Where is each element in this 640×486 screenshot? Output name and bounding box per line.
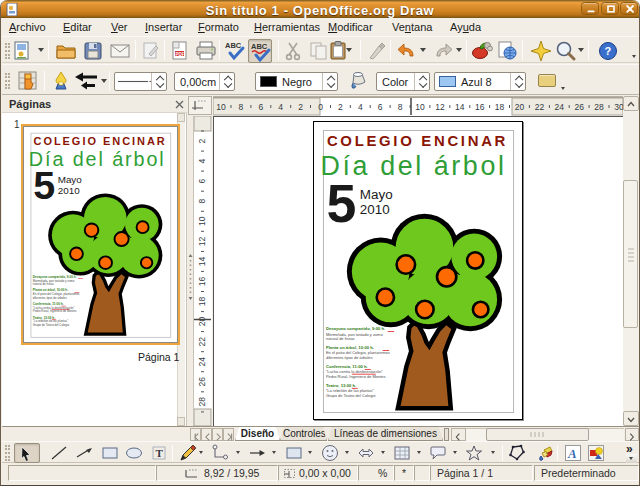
svg-text:4: 4 xyxy=(358,102,363,112)
svg-text:6: 6 xyxy=(197,179,207,184)
svg-text:28: 28 xyxy=(594,102,604,112)
svg-text:16: 16 xyxy=(475,102,485,112)
svg-text:18: 18 xyxy=(495,102,505,112)
svg-text:2: 2 xyxy=(197,138,207,143)
svg-text:?: ? xyxy=(605,45,612,57)
svg-text:24: 24 xyxy=(197,357,207,367)
svg-text:10: 10 xyxy=(216,102,226,112)
svg-text:12: 12 xyxy=(197,236,207,246)
svg-text:PDF: PDF xyxy=(176,52,185,57)
svg-text:14: 14 xyxy=(197,256,207,266)
svg-text:4: 4 xyxy=(197,158,207,163)
svg-text:8: 8 xyxy=(197,199,207,204)
svg-text:12: 12 xyxy=(435,102,445,112)
svg-text:24: 24 xyxy=(555,102,565,112)
svg-text:ABC: ABC xyxy=(225,41,242,50)
svg-text:14: 14 xyxy=(455,102,465,112)
svg-text:22: 22 xyxy=(535,102,545,112)
svg-text:2: 2 xyxy=(298,102,303,112)
svg-text:28: 28 xyxy=(197,397,207,407)
svg-text:T: T xyxy=(156,447,164,459)
svg-text:18: 18 xyxy=(197,297,207,307)
svg-text:20: 20 xyxy=(515,102,525,112)
svg-text:8: 8 xyxy=(239,102,244,112)
svg-text:10: 10 xyxy=(415,102,425,112)
svg-text:ABC: ABC xyxy=(251,42,268,51)
svg-text:26: 26 xyxy=(574,102,584,112)
svg-text:22: 22 xyxy=(197,337,207,347)
svg-text:30: 30 xyxy=(614,102,623,112)
svg-text:8: 8 xyxy=(398,102,403,112)
svg-text:4: 4 xyxy=(278,102,283,112)
svg-text:A: A xyxy=(567,446,577,461)
svg-text:2: 2 xyxy=(338,102,343,112)
svg-text:10: 10 xyxy=(197,216,207,226)
svg-text:16: 16 xyxy=(197,277,207,287)
svg-text:6: 6 xyxy=(258,102,263,112)
svg-text:26: 26 xyxy=(197,377,207,387)
svg-text:20: 20 xyxy=(197,317,207,327)
svg-text:0: 0 xyxy=(318,102,323,112)
svg-text:6: 6 xyxy=(378,102,383,112)
